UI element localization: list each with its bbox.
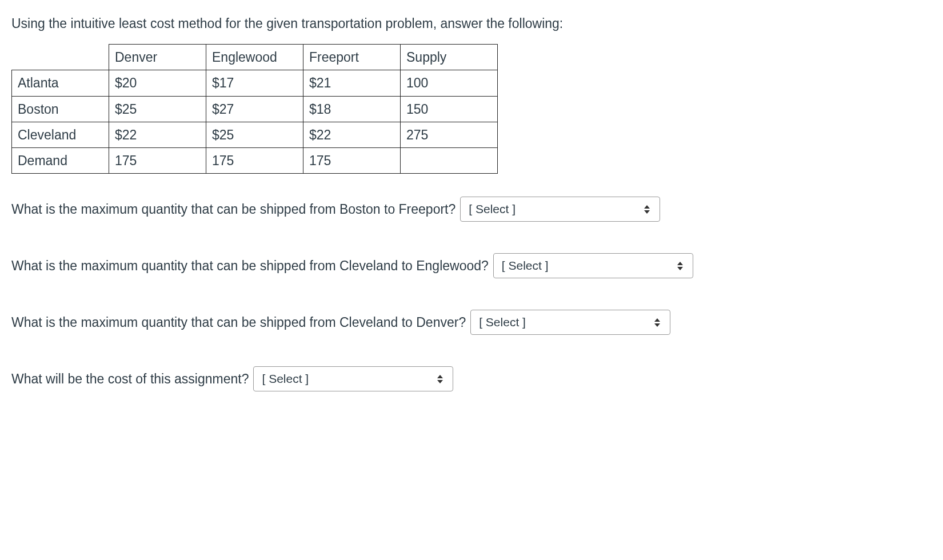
question-row: What is the maximum quantity that can be… — [11, 253, 932, 278]
table-cell: $17 — [206, 70, 303, 96]
answer-select[interactable]: [ Select ] — [253, 366, 453, 391]
dropdown-icon — [653, 318, 662, 327]
intro-text: Using the intuitive least cost method fo… — [11, 14, 932, 33]
answer-select[interactable]: [ Select ] — [460, 197, 660, 222]
select-label: [ Select ] — [479, 314, 646, 330]
question-row: What is the maximum quantity that can be… — [11, 310, 932, 335]
table-cell: 175 — [109, 147, 206, 173]
table-cell: 175 — [303, 147, 401, 173]
row-label: Cleveland — [12, 122, 109, 147]
question-row: What is the maximum quantity that can be… — [11, 197, 932, 222]
row-label: Demand — [12, 147, 109, 173]
table-cell: 175 — [206, 147, 303, 173]
dropdown-icon — [676, 262, 685, 270]
select-label: [ Select ] — [502, 257, 669, 274]
table-corner-cell — [12, 45, 109, 70]
row-label: Atlanta — [12, 70, 109, 96]
table-cell: $27 — [206, 96, 303, 122]
question-text: What will be the cost of this assignment… — [11, 370, 249, 388]
question-text: What is the maximum quantity that can be… — [11, 257, 489, 275]
table-cell — [401, 147, 498, 173]
table-header: Englewood — [206, 45, 303, 70]
table-cell: $21 — [303, 70, 401, 96]
table-cell: 100 — [401, 70, 498, 96]
table-cell: 275 — [401, 122, 498, 147]
select-label: [ Select ] — [262, 370, 429, 387]
answer-select[interactable]: [ Select ] — [470, 310, 670, 335]
question-row: What will be the cost of this assignment… — [11, 366, 932, 391]
dropdown-icon — [435, 375, 445, 383]
row-label: Boston — [12, 96, 109, 122]
table-header-row: Denver Englewood Freeport Supply — [12, 45, 498, 70]
table-cell: $25 — [109, 96, 206, 122]
dropdown-icon — [642, 205, 652, 214]
select-label: [ Select ] — [469, 201, 636, 217]
table-cell: 150 — [401, 96, 498, 122]
table-cell: $22 — [109, 122, 206, 147]
table-header: Denver — [109, 45, 206, 70]
table-row: Boston $25 $27 $18 150 — [12, 96, 498, 122]
table-header: Freeport — [303, 45, 401, 70]
table-row: Demand 175 175 175 — [12, 147, 498, 173]
table-row: Atlanta $20 $17 $21 100 — [12, 70, 498, 96]
table-cell: $20 — [109, 70, 206, 96]
table-cell: $22 — [303, 122, 401, 147]
answer-select[interactable]: [ Select ] — [493, 253, 693, 278]
question-text: What is the maximum quantity that can be… — [11, 200, 455, 218]
table-cell: $18 — [303, 96, 401, 122]
table-cell: $25 — [206, 122, 303, 147]
cost-table: Denver Englewood Freeport Supply Atlanta… — [11, 44, 498, 174]
table-row: Cleveland $22 $25 $22 275 — [12, 122, 498, 147]
question-text: What is the maximum quantity that can be… — [11, 313, 466, 331]
table-header: Supply — [401, 45, 498, 70]
